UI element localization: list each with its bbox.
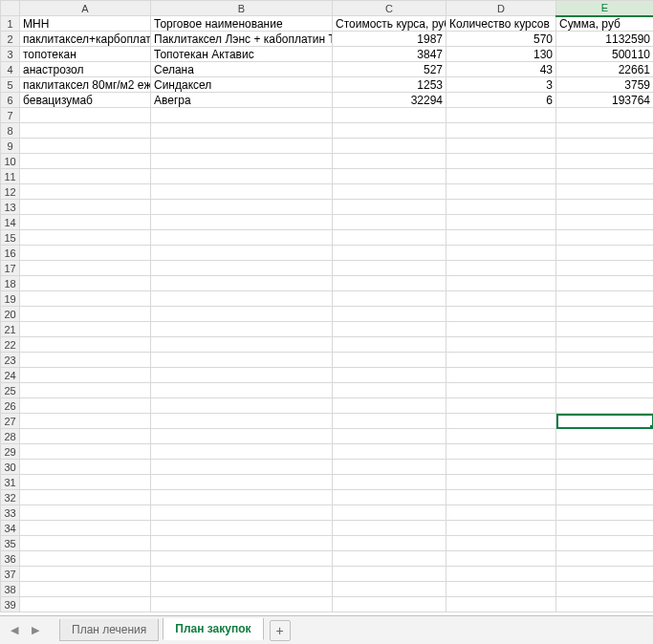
cell[interactable]: Селана — [151, 62, 333, 77]
cell[interactable] — [446, 139, 556, 154]
cell[interactable] — [333, 460, 446, 475]
row-header[interactable]: 18 — [1, 276, 20, 291]
select-all-corner[interactable] — [1, 1, 20, 16]
cell[interactable] — [446, 200, 556, 215]
cell[interactable] — [20, 123, 151, 139]
cell[interactable] — [333, 322, 446, 337]
cell[interactable] — [333, 567, 446, 582]
row-header[interactable]: 3 — [1, 47, 20, 62]
cell[interactable]: 3 — [446, 77, 556, 93]
cell[interactable] — [151, 444, 333, 460]
cell[interactable]: Количество курсов — [446, 16, 556, 32]
cell[interactable] — [151, 551, 333, 567]
row-header[interactable]: 1 — [1, 16, 20, 32]
row-header[interactable]: 15 — [1, 230, 20, 246]
col-header-A[interactable]: A — [20, 1, 151, 16]
cell[interactable] — [446, 490, 556, 505]
cell[interactable] — [556, 521, 654, 536]
cell[interactable] — [333, 108, 446, 123]
cell[interactable] — [151, 246, 333, 261]
row-header[interactable]: 7 — [1, 108, 20, 123]
row-header[interactable]: 8 — [1, 123, 20, 139]
cell[interactable] — [446, 475, 556, 490]
cell[interactable] — [556, 169, 654, 184]
cell[interactable] — [151, 307, 333, 322]
cell[interactable] — [446, 291, 556, 307]
cell[interactable] — [20, 505, 151, 521]
cell[interactable] — [20, 353, 151, 368]
cell[interactable] — [151, 200, 333, 215]
cell[interactable]: 193764 — [556, 93, 654, 108]
col-header-C[interactable]: C — [333, 1, 446, 16]
cell[interactable] — [556, 322, 654, 337]
row-header[interactable]: 32 — [1, 490, 20, 505]
row-header[interactable]: 28 — [1, 429, 20, 444]
row-header[interactable]: 5 — [1, 77, 20, 93]
cell[interactable] — [20, 551, 151, 567]
cell[interactable] — [20, 414, 151, 429]
cell[interactable] — [20, 291, 151, 307]
cell[interactable] — [151, 582, 333, 597]
cell[interactable] — [556, 337, 654, 353]
cell[interactable] — [446, 521, 556, 536]
row-header[interactable]: 20 — [1, 307, 20, 322]
cell[interactable] — [333, 597, 446, 612]
cell[interactable] — [556, 230, 654, 246]
cell[interactable] — [446, 337, 556, 353]
cell[interactable] — [446, 429, 556, 444]
cell[interactable] — [20, 154, 151, 169]
cell[interactable] — [333, 169, 446, 184]
cell[interactable]: Топотекан Актавис — [151, 47, 333, 62]
cell[interactable] — [333, 154, 446, 169]
cell[interactable]: 3759 — [556, 77, 654, 93]
cell[interactable] — [333, 230, 446, 246]
cell[interactable] — [151, 383, 333, 398]
cell[interactable] — [333, 582, 446, 597]
cell[interactable] — [151, 291, 333, 307]
cell[interactable] — [20, 597, 151, 612]
row-header[interactable]: 9 — [1, 139, 20, 154]
cell[interactable] — [446, 154, 556, 169]
row-header[interactable]: 25 — [1, 383, 20, 398]
cell[interactable] — [20, 536, 151, 551]
cell[interactable] — [333, 444, 446, 460]
cell[interactable] — [446, 368, 556, 383]
cell[interactable] — [20, 567, 151, 582]
cell[interactable] — [556, 184, 654, 200]
cell[interactable] — [333, 551, 446, 567]
cell[interactable] — [20, 307, 151, 322]
cell[interactable] — [151, 184, 333, 200]
cell[interactable]: 22661 — [556, 62, 654, 77]
row-header[interactable]: 34 — [1, 521, 20, 536]
row-header[interactable]: 31 — [1, 475, 20, 490]
row-header[interactable]: 13 — [1, 200, 20, 215]
cell[interactable] — [446, 398, 556, 414]
cell[interactable] — [333, 215, 446, 230]
cell[interactable] — [333, 184, 446, 200]
cell[interactable]: 527 — [333, 62, 446, 77]
cell[interactable] — [556, 200, 654, 215]
cell[interactable]: анастрозол — [20, 62, 151, 77]
cell[interactable] — [556, 475, 654, 490]
cell[interactable] — [333, 200, 446, 215]
cell[interactable]: Сумма, руб — [556, 16, 654, 32]
cell[interactable] — [20, 139, 151, 154]
cell[interactable]: 1132590 — [556, 32, 654, 47]
cell[interactable] — [20, 215, 151, 230]
row-header[interactable]: 2 — [1, 32, 20, 47]
cell[interactable] — [151, 169, 333, 184]
row-header[interactable]: 29 — [1, 444, 20, 460]
cell[interactable] — [446, 215, 556, 230]
cell[interactable] — [446, 230, 556, 246]
sheet-tab-plan-zakupok[interactable]: План закупок — [163, 618, 263, 640]
cell[interactable]: 43 — [446, 62, 556, 77]
cell[interactable] — [556, 383, 654, 398]
cell[interactable]: Авегра — [151, 93, 333, 108]
cell[interactable] — [333, 398, 446, 414]
cell[interactable] — [151, 398, 333, 414]
cell[interactable]: 6 — [446, 93, 556, 108]
cell[interactable] — [333, 368, 446, 383]
cell[interactable] — [556, 551, 654, 567]
row-header[interactable]: 12 — [1, 184, 20, 200]
cell[interactable]: МНН — [20, 16, 151, 32]
